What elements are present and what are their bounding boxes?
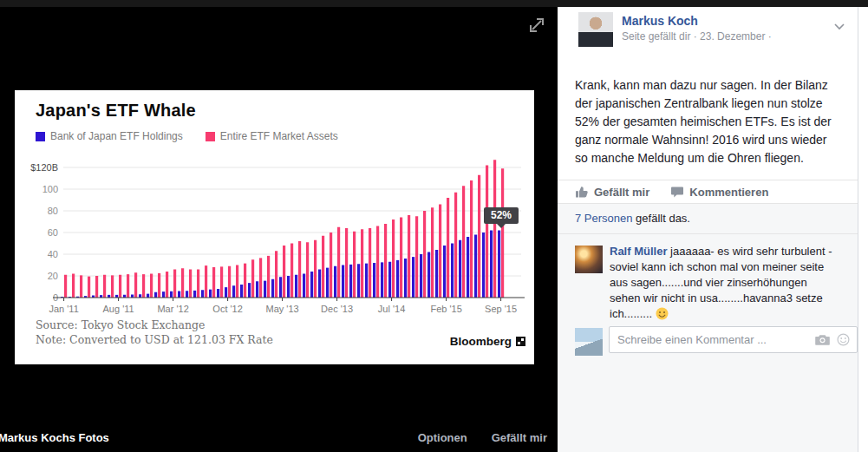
viewer-avatar[interactable] xyxy=(575,328,603,356)
legend-item-boj: Bank of Japan ETF Holdings xyxy=(36,130,183,142)
commenter-name-link[interactable]: Ralf Müller xyxy=(610,245,667,258)
post-body: Krank, kann man dazu nur sagen. In der B… xyxy=(575,76,839,167)
author-name-link[interactable]: Markus Koch xyxy=(622,12,772,29)
chevron-down-icon[interactable] xyxy=(833,23,845,30)
legend-item-market: Entire ETF Market Assets xyxy=(206,130,338,142)
smiley-icon[interactable] xyxy=(837,333,850,346)
svg-text:Mar '12: Mar '12 xyxy=(157,304,188,314)
window-top-bar xyxy=(0,0,868,7)
svg-text:60: 60 xyxy=(48,227,58,238)
comment-body: Ralf Müller jaaaaaa- es wird sehr turbul… xyxy=(610,244,839,322)
post-feedback-section: 7 Personen gefällt das. Ralf Müller jaaa… xyxy=(558,203,858,452)
bloomberg-brand: Bloomberg xyxy=(450,335,525,348)
svg-text:Oct '12: Oct '12 xyxy=(212,304,243,314)
chart-note-line: Note: Converted to USD at 121.03 FX Rate xyxy=(36,332,273,347)
camera-icon[interactable] xyxy=(815,334,830,345)
chart-title: Japan's ETF Whale xyxy=(36,101,196,121)
svg-text:May '13: May '13 xyxy=(266,304,299,314)
thumbs-up-icon xyxy=(575,185,589,199)
post-meta: Seite gefällt dir · 23. Dezember · xyxy=(622,29,772,43)
post-panel: Markus Koch Seite gefällt dir · 23. Deze… xyxy=(558,7,858,452)
comment-item: Ralf Müller jaaaaaa- es wird sehr turbul… xyxy=(575,244,840,337)
svg-text:Dec '13: Dec '13 xyxy=(321,304,353,314)
svg-text:40: 40 xyxy=(48,249,58,259)
comment-bubble-icon xyxy=(670,186,684,199)
comment-composer xyxy=(575,326,840,361)
comment-input-box xyxy=(609,326,858,353)
options-button[interactable]: Optionen xyxy=(418,431,467,444)
chart-legend: Bank of Japan ETF Holdings Entire ETF Ma… xyxy=(36,130,338,142)
photo-stage[interactable]: Japan's ETF Whale Bank of Japan ETF Hold… xyxy=(0,7,558,452)
like-button[interactable]: Gefällt mir xyxy=(575,185,649,199)
svg-text:$120B: $120B xyxy=(30,162,58,173)
photo-like-button[interactable]: Gefällt mir xyxy=(492,431,547,444)
legend-label-boj: Bank of Japan ETF Holdings xyxy=(50,130,183,142)
comment-button-label: Kommentieren xyxy=(689,186,768,199)
post-header: Markus Koch Seite gefällt dir · 23. Deze… xyxy=(578,12,845,47)
svg-text:Aug '11: Aug '11 xyxy=(103,304,134,314)
post-action-row: Gefällt mir Kommentieren xyxy=(558,180,858,203)
bloomberg-logo-icon xyxy=(516,337,525,346)
chart-image: Japan's ETF Whale Bank of Japan ETF Hold… xyxy=(15,90,534,364)
svg-text:80: 80 xyxy=(48,206,58,216)
svg-text:Sep '15: Sep '15 xyxy=(485,304,517,314)
etf-bar-chart: $120B100806040200Jan '11Aug '11Mar '12Oc… xyxy=(15,151,534,318)
svg-text:100: 100 xyxy=(42,184,58,194)
likes-suffix: gefällt das. xyxy=(633,212,691,225)
author-avatar[interactable] xyxy=(578,12,613,47)
svg-text:20: 20 xyxy=(48,271,58,281)
legend-swatch-blue xyxy=(36,132,45,141)
comment-button[interactable]: Kommentieren xyxy=(670,186,768,199)
legend-swatch-pink xyxy=(206,132,215,141)
expand-icon[interactable] xyxy=(527,16,546,35)
photo-footer: Markus Kochs Fotos Optionen Gefällt mir xyxy=(0,423,558,452)
chart-annotation-52pct: 52% xyxy=(484,207,519,224)
chart-source-line: Source: Tokyo Stock Exchange xyxy=(36,318,273,332)
svg-text:Feb '15: Feb '15 xyxy=(430,304,461,314)
album-title: Markus Kochs Fotos xyxy=(0,431,109,444)
smiley-emoji-icon xyxy=(656,307,669,320)
commenter-avatar[interactable] xyxy=(575,246,603,273)
svg-text:Jan '11: Jan '11 xyxy=(49,304,78,314)
chart-source-note: Source: Tokyo Stock Exchange Note: Conve… xyxy=(36,318,273,347)
legend-label-market: Entire ETF Market Assets xyxy=(220,130,338,142)
likes-summary: 7 Personen gefällt das. xyxy=(558,204,858,234)
bloomberg-wordmark: Bloomberg xyxy=(450,335,512,348)
likers-link[interactable]: 7 Personen xyxy=(575,212,633,225)
svg-text:Jul '14: Jul '14 xyxy=(378,304,405,314)
like-button-label: Gefällt mir xyxy=(594,186,649,199)
